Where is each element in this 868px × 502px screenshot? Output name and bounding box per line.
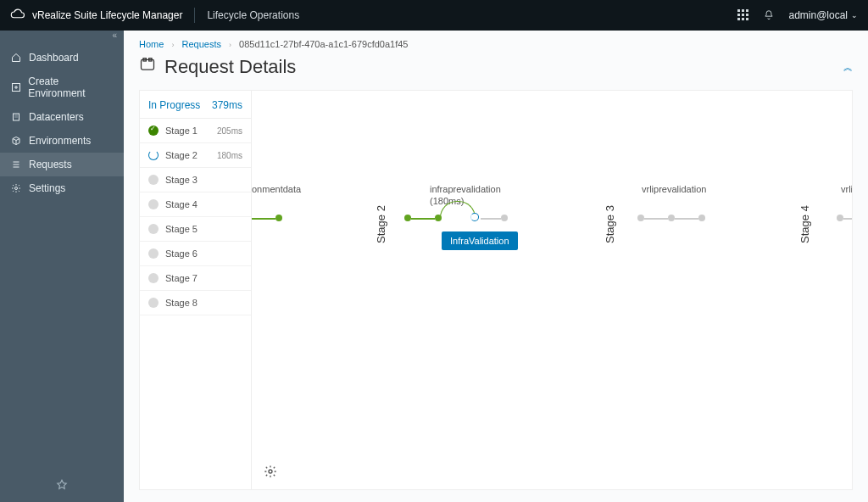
sidebar-item-create-environment[interactable]: Create Environment bbox=[0, 70, 124, 105]
collapse-panel-icon[interactable]: ︽ bbox=[843, 61, 853, 74]
node-title-0: onmentdata bbox=[252, 184, 301, 194]
bell-icon[interactable] bbox=[763, 9, 775, 21]
status-dot-idle bbox=[148, 248, 159, 259]
flow-area[interactable]: onmentdata Stage 2 infraprevalidation (1… bbox=[252, 91, 852, 489]
sidebar-footer-icon[interactable] bbox=[0, 471, 124, 502]
stage-time: 180ms bbox=[217, 151, 242, 160]
stage-panel-header: In Progress 379ms bbox=[140, 91, 251, 119]
sidebar-item-requests[interactable]: Requests bbox=[0, 153, 124, 176]
svg-rect-6 bbox=[737, 18, 740, 20]
stage-name: Stage 2 bbox=[165, 150, 198, 160]
sidebar-item-environments[interactable]: Environments bbox=[0, 129, 124, 153]
breadcrumb: Home › Requests › 085d11c1-27bf-470a-a1c… bbox=[124, 31, 868, 53]
flow-node-idle bbox=[501, 215, 508, 221]
details-icon bbox=[139, 57, 156, 77]
chevron-down-icon: ⌄ bbox=[851, 11, 858, 20]
sidebar-collapse-icon[interactable]: « bbox=[0, 31, 124, 46]
flow-node-idle bbox=[698, 215, 705, 221]
user-menu[interactable]: admin@local ⌄ bbox=[788, 9, 858, 21]
flow-edge bbox=[411, 218, 435, 220]
breadcrumb-home[interactable]: Home bbox=[139, 39, 164, 49]
status-dot-idle bbox=[148, 175, 159, 185]
total-time: 379ms bbox=[212, 99, 242, 111]
stage-vlabel-4: Stage 4 bbox=[798, 205, 811, 243]
topbar-divider bbox=[194, 8, 195, 23]
svg-rect-1 bbox=[742, 9, 744, 12]
status-dot-idle bbox=[148, 224, 159, 234]
stage-name: Stage 3 bbox=[165, 175, 198, 185]
stage-panel: In Progress 379ms Stage 1 205ms Stage 2 … bbox=[140, 91, 252, 489]
stage-time: 205ms bbox=[217, 126, 242, 136]
status-label: In Progress bbox=[148, 99, 200, 111]
flow-edge bbox=[843, 218, 852, 220]
product-name: vRealize Suite Lifecycle Manager bbox=[32, 9, 182, 21]
flow-node-running bbox=[470, 213, 479, 221]
stage-name: Stage 1 bbox=[165, 126, 198, 136]
node-title-2: vrliprevalidation bbox=[642, 184, 706, 194]
svg-rect-5 bbox=[746, 14, 748, 16]
svg-point-15 bbox=[269, 470, 272, 473]
list-icon bbox=[10, 159, 22, 170]
apps-icon[interactable] bbox=[737, 9, 749, 21]
stage-row-5[interactable]: Stage 5 bbox=[140, 217, 251, 242]
sidebar-item-settings[interactable]: Settings bbox=[0, 176, 124, 200]
cloud-icon bbox=[10, 8, 25, 23]
node-title-1: infraprevalidation bbox=[430, 184, 501, 194]
breadcrumb-current: 085d11c1-27bf-470a-a1c1-679cfd0a1f45 bbox=[239, 39, 408, 49]
cube-icon bbox=[10, 135, 22, 147]
flow-edge bbox=[644, 218, 668, 220]
stage-name: Stage 5 bbox=[165, 224, 198, 234]
stage-name: Stage 6 bbox=[165, 248, 198, 259]
svg-rect-0 bbox=[737, 9, 740, 12]
stage-row-6[interactable]: Stage 6 bbox=[140, 242, 251, 266]
user-label: admin@local bbox=[788, 9, 848, 21]
sidebar: « Dashboard Create Environment Datacente… bbox=[0, 31, 124, 502]
svg-rect-3 bbox=[737, 14, 740, 16]
stage-row-1[interactable]: Stage 1 205ms bbox=[140, 119, 251, 143]
svg-rect-7 bbox=[742, 18, 744, 20]
svg-point-11 bbox=[15, 187, 18, 190]
flow-node-done bbox=[275, 215, 282, 221]
sidebar-item-label: Environments bbox=[29, 135, 91, 147]
flow-edge bbox=[252, 218, 275, 220]
topbar-section: Lifecycle Operations bbox=[207, 9, 299, 21]
status-dot-idle bbox=[148, 199, 159, 209]
status-dot-running bbox=[148, 150, 159, 160]
flow-settings-icon[interactable] bbox=[264, 465, 277, 481]
flow-node-done bbox=[404, 215, 411, 221]
sidebar-item-label: Requests bbox=[29, 159, 72, 170]
status-dot-idle bbox=[148, 298, 159, 308]
stage-row-7[interactable]: Stage 7 bbox=[140, 266, 251, 291]
sidebar-item-label: Create Environment bbox=[28, 75, 114, 99]
chevron-right-icon: › bbox=[171, 41, 174, 49]
main: Home › Requests › 085d11c1-27bf-470a-a1c… bbox=[124, 31, 868, 502]
breadcrumb-requests[interactable]: Requests bbox=[181, 39, 220, 49]
stage-name: Stage 4 bbox=[165, 199, 198, 209]
svg-rect-4 bbox=[742, 14, 744, 16]
flow-node-idle bbox=[837, 215, 843, 221]
content-panel: In Progress 379ms Stage 1 205ms Stage 2 … bbox=[139, 90, 853, 490]
flow-node-idle bbox=[637, 215, 644, 221]
home-icon bbox=[10, 52, 22, 64]
sidebar-item-label: Datacenters bbox=[29, 111, 84, 123]
stage-row-2[interactable]: Stage 2 180ms bbox=[140, 143, 251, 168]
stage-row-3[interactable]: Stage 3 bbox=[140, 168, 251, 192]
stage-name: Stage 7 bbox=[165, 273, 198, 283]
node-title-3: vrli bbox=[841, 184, 852, 194]
svg-rect-10 bbox=[14, 114, 19, 120]
sidebar-item-label: Dashboard bbox=[29, 52, 79, 64]
topbar: vRealize Suite Lifecycle Manager Lifecyc… bbox=[0, 0, 868, 31]
sidebar-item-dashboard[interactable]: Dashboard bbox=[0, 46, 124, 70]
stage-vlabel-3: Stage 3 bbox=[604, 205, 616, 243]
active-step-badge: InfraValidation bbox=[442, 231, 518, 250]
sidebar-item-label: Settings bbox=[29, 182, 65, 194]
flow-track: onmentdata Stage 2 infraprevalidation (1… bbox=[252, 269, 852, 337]
flow-edge bbox=[675, 218, 698, 220]
stage-row-8[interactable]: Stage 8 bbox=[140, 291, 251, 315]
page-header: Request Details ︽ bbox=[124, 53, 868, 90]
page-title: Request Details bbox=[164, 56, 296, 78]
plus-square-icon bbox=[10, 81, 21, 93]
svg-rect-8 bbox=[746, 18, 748, 20]
sidebar-item-datacenters[interactable]: Datacenters bbox=[0, 105, 124, 129]
stage-row-4[interactable]: Stage 4 bbox=[140, 192, 251, 217]
